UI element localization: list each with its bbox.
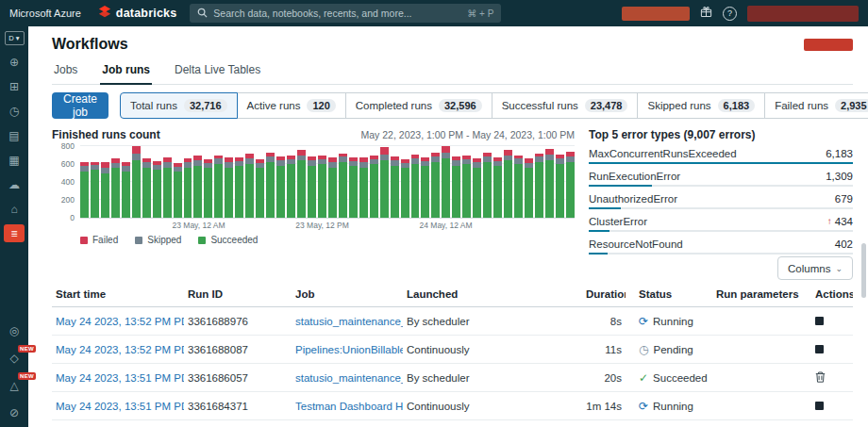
tab-job-runs[interactable]: Job runs	[100, 58, 152, 85]
actions-cell	[811, 420, 853, 427]
error-type-row[interactable]: MaxConcurrentRunsExceeded6,183	[589, 147, 853, 164]
search-input[interactable]: Search data, notebooks, recents, and mor…	[190, 4, 501, 23]
run-id-cell: 3361682930	[184, 420, 292, 427]
stat-successful-runs[interactable]: Successful runs23,478	[492, 92, 639, 119]
duration-cell: 11s	[582, 336, 626, 364]
error-type-row[interactable]: ClusterError↑434	[589, 215, 853, 232]
bar-segment-succeeded	[401, 168, 409, 218]
workspace-icon[interactable]: ⊞	[4, 77, 25, 95]
bar-segment-succeeded	[101, 173, 109, 219]
catalog-icon[interactable]: ▤	[4, 126, 25, 144]
tab-delta-live-tables[interactable]: Delta Live Tables	[173, 58, 262, 84]
workflows-icon[interactable]: ≡	[4, 224, 25, 242]
chart-bar	[235, 157, 243, 218]
job-link[interactable]: statusio_maintenance_rem...	[295, 372, 403, 384]
column-header-status[interactable]: Status	[626, 282, 712, 307]
columns-dropdown-button[interactable]: Columns ⌄	[777, 256, 853, 280]
recents-icon[interactable]: ◷	[4, 102, 25, 120]
stat-label: Active runs	[247, 100, 301, 111]
new-icon[interactable]: ⊕	[4, 53, 25, 71]
stop-run-button[interactable]	[815, 317, 824, 325]
bar-segment-succeeded	[204, 168, 212, 218]
legend-item-failed: Failed	[80, 235, 118, 245]
column-header-launched[interactable]: Launched	[403, 282, 582, 307]
error-bar-fill	[589, 207, 621, 209]
chart-bar	[359, 157, 368, 218]
run-id-cell: 3361684371	[184, 392, 292, 420]
databricks-brand[interactable]: databricks	[98, 5, 177, 22]
error-row: ResourceNotFound402	[589, 238, 853, 251]
tab-jobs[interactable]: Jobs	[52, 58, 79, 84]
help-icon[interactable]: ?	[723, 7, 737, 21]
error-count: 402	[835, 238, 853, 251]
error-count-value: 402	[835, 238, 853, 251]
error-type-row[interactable]: RunExecutionError1,309	[589, 170, 853, 187]
brand-name: databricks	[116, 7, 177, 20]
scrollbar-thumb[interactable]	[861, 243, 866, 298]
bar-segment-succeeded	[256, 168, 264, 218]
start-time-link[interactable]: May 24 2023, 13:52 PM PDT	[56, 344, 184, 355]
marketplace-icon-glyph: ◇	[9, 352, 18, 365]
error-count-value: 679	[835, 192, 853, 205]
top-errors-panel: Top 5 error types (9,007 errors) MaxConc…	[589, 128, 853, 255]
stop-run-button[interactable]	[815, 402, 824, 410]
start-time-link[interactable]: May 24 2023, 13:51 PM PDT	[56, 401, 184, 412]
duration-cell: 1m 58s	[582, 420, 626, 427]
models-icon[interactable]: ⊘	[4, 403, 25, 421]
job-link[interactable]: Pipelines:UnionBillableUsa...	[295, 344, 403, 355]
jobs-icon[interactable]: ▦	[4, 151, 25, 169]
y-tick-label: 600	[61, 159, 75, 169]
stop-run-button[interactable]	[815, 345, 824, 353]
bar-segment-succeeded	[556, 164, 564, 218]
chart-bar	[142, 158, 151, 218]
trend-up-icon: ↑	[827, 215, 832, 228]
launched-cell: By scheduler	[403, 307, 582, 336]
sidebar-nav: ⊕⊞◷▤▦☁⌂≡	[4, 53, 25, 242]
job-link[interactable]: Testman Dashboard High F...	[295, 401, 403, 412]
home-icon[interactable]: ⌂	[4, 200, 25, 218]
help-circle-icon[interactable]: ◎	[4, 321, 25, 339]
stat-active-runs[interactable]: Active runs120	[237, 92, 346, 119]
error-type-row[interactable]: UnauthorizedError679	[589, 192, 853, 209]
marketplace-icon[interactable]: ◇NEW	[4, 349, 25, 367]
column-header-run-parameters[interactable]: Run parameters	[712, 282, 811, 307]
column-header-duration[interactable]: Duration	[582, 282, 626, 307]
delete-run-button[interactable]	[815, 371, 826, 385]
start-time-link[interactable]: May 24 2023, 13:52 PM PDT	[56, 316, 184, 327]
compute-cloud-icon[interactable]: ☁	[4, 175, 25, 193]
status-text: Running	[653, 316, 693, 327]
y-axis-labels: 0200400600800	[52, 147, 80, 219]
workspace-switcher[interactable]: D ▾	[5, 31, 25, 45]
table-body: May 24 2023, 13:52 PM PDT3361688976statu…	[52, 307, 853, 427]
create-job-button[interactable]: Create job	[52, 92, 108, 119]
job-link[interactable]: statusio_maintenance_rem...	[295, 316, 403, 327]
chart-bar	[545, 149, 554, 218]
error-type-row[interactable]: ResourceNotFound402	[589, 238, 853, 255]
redacted-block	[622, 7, 690, 21]
stat-completed-runs[interactable]: Completed runs32,596	[345, 92, 492, 119]
chart-bar	[80, 162, 89, 218]
start-time-cell: May 24 2023, 13:51 PM PDT	[52, 364, 184, 392]
column-header-start-time[interactable]: Start time	[52, 282, 184, 307]
x-tick-label: 23 May, 12 AM	[172, 221, 225, 230]
bar-segment-succeeded	[184, 168, 192, 218]
redacted-account-menu[interactable]	[747, 6, 859, 22]
error-count-value: 6,183	[826, 147, 853, 160]
gift-icon[interactable]	[700, 5, 712, 22]
stat-label: Skipped runs	[647, 100, 710, 111]
start-time-link[interactable]: May 24 2023, 13:51 PM PDT	[56, 372, 184, 384]
stat-total-runs[interactable]: Total runs32,716	[120, 92, 238, 119]
column-header-run-id[interactable]: Run ID	[184, 282, 292, 307]
chart-date-range: May 22, 2023, 1:00 PM - May 24, 2023, 1:…	[361, 129, 575, 140]
bar-segment-succeeded	[545, 160, 554, 218]
columns-label: Columns	[788, 263, 830, 274]
stat-value: 32,716	[184, 99, 227, 112]
error-name: ClusterError	[589, 215, 647, 228]
stat-skipped-runs[interactable]: Skipped runs6,183	[637, 92, 765, 119]
experiments-icon[interactable]: △NEW	[4, 376, 25, 394]
column-header-actions[interactable]: Actions	[811, 282, 853, 307]
stat-value: 120	[307, 99, 335, 112]
stat-failed-runs[interactable]: Failed runs2,935	[764, 92, 868, 119]
column-header-job[interactable]: Job	[292, 282, 403, 307]
status-text: Succeeded	[653, 372, 708, 384]
